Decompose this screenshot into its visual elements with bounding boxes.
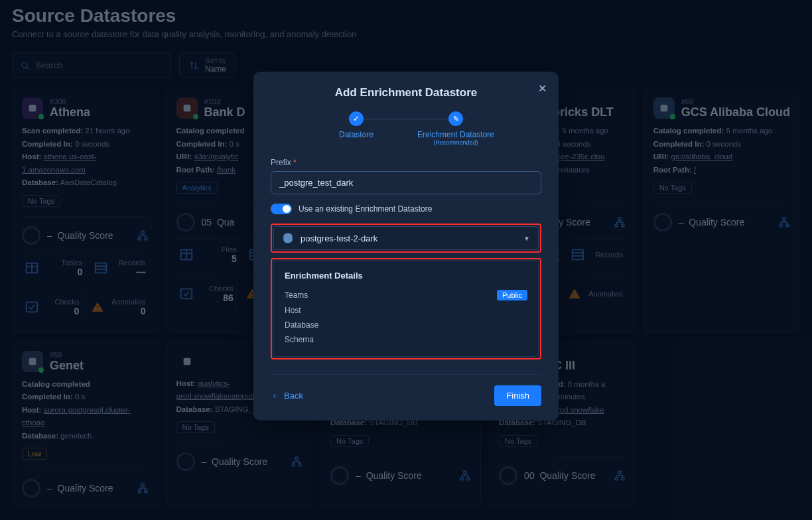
details-title: Enrichment Details bbox=[285, 271, 527, 281]
chevron-down-icon: ▼ bbox=[523, 235, 530, 242]
detail-database: Database bbox=[285, 318, 527, 332]
public-badge: Public bbox=[497, 290, 527, 300]
postgres-icon bbox=[282, 232, 294, 244]
prefix-input[interactable] bbox=[271, 171, 541, 194]
detail-teams: Teams Public bbox=[285, 287, 527, 303]
datastore-select[interactable]: postgres-test-2-dark ▼ bbox=[273, 226, 539, 250]
modal-title: Add Enrichment Datastore bbox=[271, 86, 541, 99]
finish-button[interactable]: Finish bbox=[494, 385, 541, 406]
close-icon[interactable]: ✕ bbox=[538, 82, 547, 95]
check-icon: ✓ bbox=[349, 111, 364, 126]
use-existing-label: Use an existing Enrichment Datastore bbox=[299, 204, 432, 214]
datastore-select-highlight: postgres-test-2-dark ▼ bbox=[271, 224, 541, 253]
enrichment-details-highlight: Enrichment Details Teams Public Host Dat… bbox=[271, 258, 541, 359]
select-value: postgres-test-2-dark bbox=[301, 233, 517, 243]
back-button[interactable]: Back bbox=[271, 391, 303, 401]
step-datastore[interactable]: ✓ Datastore bbox=[306, 111, 406, 139]
use-existing-toggle[interactable] bbox=[271, 204, 292, 214]
detail-host: Host bbox=[285, 303, 527, 318]
step-enrichment[interactable]: ✎ Enrichment Datastore (Recommended) bbox=[406, 111, 506, 146]
enrichment-details-panel: Enrichment Details Teams Public Host Dat… bbox=[273, 261, 539, 357]
chevron-left-icon bbox=[271, 392, 279, 400]
detail-schema: Schema bbox=[285, 332, 527, 347]
prefix-label: Prefix * bbox=[271, 158, 541, 167]
add-enrichment-modal: ✕ Add Enrichment Datastore ✓ Datastore ✎… bbox=[253, 72, 559, 421]
edit-icon: ✎ bbox=[448, 111, 463, 126]
